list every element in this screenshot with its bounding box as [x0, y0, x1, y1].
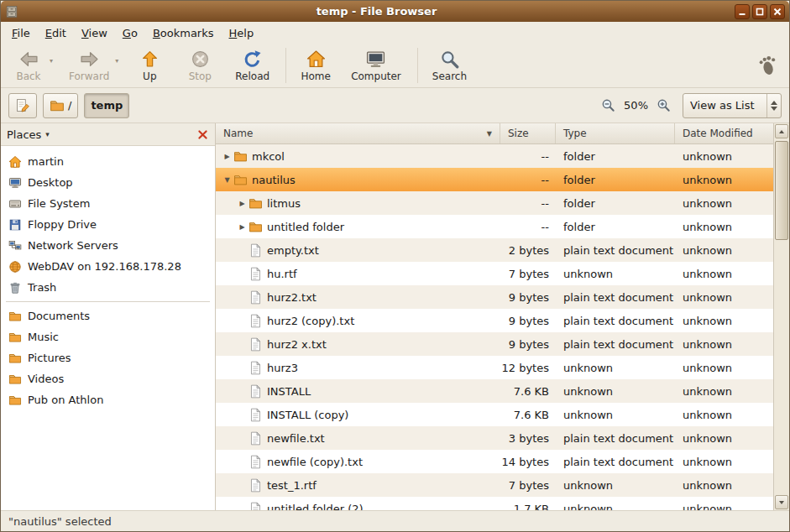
column-header-name[interactable]: Name ▼	[216, 123, 500, 143]
scrollbar-thumb[interactable]	[775, 141, 788, 240]
file-name: mkcol	[252, 150, 285, 163]
file-row[interactable]: newfile.txt3 bytesplain text documentunk…	[216, 426, 773, 450]
cell-type: plain text document	[556, 338, 675, 351]
toolbar-forward-dropdown-caret[interactable]: ▾	[115, 40, 118, 81]
column-header-size[interactable]: Size	[500, 123, 556, 143]
toolbar-computer-button[interactable]: Computer	[343, 45, 409, 86]
sidebar-item-webdav[interactable]: WebDAV on 192.168.178.28	[1, 256, 215, 277]
cell-modified: unknown	[675, 456, 773, 468]
scroll-down-button[interactable]	[775, 495, 788, 509]
menu-bookmarks[interactable]: Bookmarks	[145, 23, 222, 43]
path-current-button[interactable]: temp	[84, 93, 129, 118]
toolbar-stop-button[interactable]: Stop	[177, 45, 222, 86]
sidebar-item-label: Network Servers	[28, 239, 118, 252]
expander-collapsed-icon[interactable]: ▶	[221, 153, 233, 160]
file-row[interactable]: test_1.rtf7 bytesunknownunknown	[216, 473, 773, 497]
cell-name: INSTALL (copy)	[216, 408, 500, 422]
file-row[interactable]: ▶untitled folder--folderunknown	[216, 215, 773, 238]
file-row[interactable]: ▶mkcol--folderunknown	[216, 144, 773, 168]
toolbar-computer-label: Computer	[351, 70, 401, 82]
column-header-date-modified[interactable]: Date Modified	[675, 123, 773, 143]
expander-expanded-icon[interactable]: ▼	[221, 176, 233, 184]
minimize-button[interactable]	[735, 4, 750, 19]
cell-modified: unknown	[675, 479, 773, 492]
scrollbar-track[interactable]	[774, 139, 789, 494]
folder-icon	[233, 149, 248, 164]
sidebar-separator	[6, 301, 210, 302]
text-file-icon	[249, 243, 263, 258]
file-row[interactable]: hurz2.txt9 bytesplain text documentunkno…	[216, 285, 773, 309]
sidebar-item-trash[interactable]: Trash	[1, 277, 215, 298]
menu-file[interactable]: File	[4, 23, 38, 43]
file-row[interactable]: INSTALL7.6 KBunknownunknown	[216, 379, 773, 403]
sidebar-item-music[interactable]: Music	[1, 326, 215, 347]
menu-help[interactable]: Help	[222, 23, 262, 43]
cell-type: folder	[556, 150, 675, 163]
cell-modified: unknown	[675, 432, 773, 445]
sidebar-item-pub-on-athlon[interactable]: Pub on Athlon	[1, 389, 215, 410]
file-row[interactable]: hurz2 (copy).txt9 bytesplain text docume…	[216, 309, 773, 332]
sidebar-item-desktop[interactable]: Desktop	[1, 172, 215, 193]
toggle-location-entry-button[interactable]	[8, 93, 37, 118]
menu-edit[interactable]: Edit	[38, 23, 74, 43]
sidebar-item-file-system[interactable]: File System	[1, 193, 215, 214]
cell-modified: unknown	[675, 362, 773, 374]
toolbar-forward-button[interactable]: Forward	[61, 45, 117, 86]
folder-icon	[249, 196, 263, 211]
cell-type: unknown	[556, 362, 675, 374]
cell-size: 9 bytes	[500, 315, 556, 327]
cell-modified: unknown	[675, 315, 773, 327]
column-header-type[interactable]: Type	[556, 123, 675, 143]
scroll-up-button[interactable]	[775, 124, 788, 138]
sidebar-item-label: File System	[28, 197, 90, 210]
file-name: hu.rtf	[267, 268, 297, 280]
zoom-in-button[interactable]	[657, 98, 671, 112]
file-row[interactable]: untitled folder (2)1.7 KBunknownunknown	[216, 497, 773, 510]
sidebar-item-documents[interactable]: Documents	[1, 305, 215, 326]
toolbar-up-button[interactable]: Up	[127, 45, 172, 86]
file-name: untitled folder (2)	[267, 503, 364, 511]
expander-collapsed-icon[interactable]: ▶	[236, 200, 249, 207]
expander-collapsed-icon[interactable]: ▶	[236, 223, 249, 231]
cell-modified: unknown	[675, 503, 773, 511]
sidebar-item-videos[interactable]: Videos	[1, 368, 215, 389]
close-button[interactable]	[770, 4, 785, 19]
sidebar-item-network-servers[interactable]: Network Servers	[1, 235, 215, 256]
titlebar[interactable]: temp - File Browser	[1, 1, 789, 22]
sidebar-item-martin[interactable]: martin	[1, 151, 215, 172]
vertical-scrollbar[interactable]	[773, 123, 789, 510]
view-mode-select[interactable]: View as List	[683, 93, 782, 118]
text-file-icon	[249, 314, 263, 328]
file-row[interactable]: newfile (copy).txt14 bytesplain text doc…	[216, 450, 773, 473]
file-row[interactable]: hurz312 bytesunknownunknown	[216, 356, 773, 379]
places-selector[interactable]: Places ▾	[7, 128, 50, 141]
toolbar-home-button[interactable]: Home	[293, 45, 338, 86]
toolbar-back-dropdown-caret[interactable]: ▾	[50, 40, 53, 81]
close-sidebar-icon[interactable]	[196, 128, 209, 141]
toolbar-search-button[interactable]: Search	[425, 45, 474, 86]
cell-modified: unknown	[675, 291, 773, 304]
cell-size: --	[500, 197, 556, 210]
text-file-icon	[249, 384, 263, 399]
file-row[interactable]: hu.rtf7 bytesunknownunknown	[216, 262, 773, 285]
cell-type: unknown	[556, 385, 675, 398]
toolbar-back-button[interactable]: Back	[6, 45, 51, 86]
sidebar-item-floppy-drive[interactable]: Floppy Drive	[1, 214, 215, 235]
file-row[interactable]: empty.txt2 bytesplain text documentunkno…	[216, 238, 773, 262]
sidebar-item-pictures[interactable]: Pictures	[1, 347, 215, 368]
menu-view[interactable]: View	[74, 23, 115, 43]
zoom-out-button[interactable]	[601, 98, 615, 112]
toolbar-separator	[285, 48, 286, 83]
text-file-icon	[249, 408, 263, 422]
maximize-button[interactable]	[752, 4, 767, 19]
path-root-button[interactable]: /	[43, 93, 78, 118]
zoom-controls: 50% View as List	[601, 93, 782, 118]
file-row[interactable]: INSTALL (copy)7.6 KBunknownunknown	[216, 403, 773, 426]
file-row[interactable]: ▼nautilus--folderunknown	[216, 168, 773, 191]
zoom-level: 50%	[624, 99, 648, 112]
menu-go[interactable]: Go	[115, 23, 145, 43]
file-row[interactable]: ▶litmus--folderunknown	[216, 191, 773, 215]
file-row[interactable]: hurz2 x.txt9 bytesplain text documentunk…	[216, 332, 773, 356]
stop-icon	[191, 50, 210, 69]
toolbar-reload-button[interactable]: Reload	[228, 45, 277, 86]
